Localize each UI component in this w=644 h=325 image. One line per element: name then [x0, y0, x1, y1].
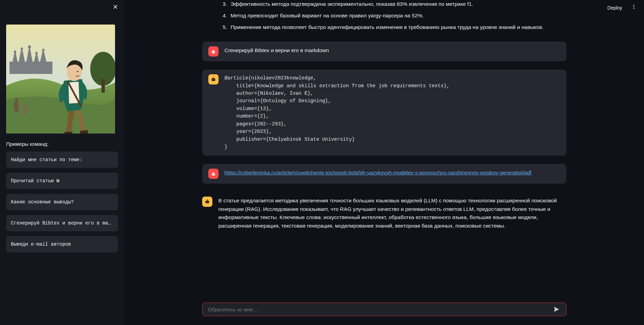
svg-point-10	[20, 48, 23, 50]
chat-input-bar	[202, 303, 566, 316]
conclusion-item: Применение метода позволяет быстро идент…	[229, 23, 566, 31]
numbered-conclusions: Эффективность метода подтверждена экспер…	[202, 0, 566, 31]
deploy-button[interactable]: Deploy	[605, 4, 625, 12]
svg-point-37	[206, 202, 207, 202]
svg-point-21	[77, 71, 78, 72]
svg-point-24	[633, 8, 634, 9]
user-message-text: Сгенерируй Bibtex и верни его в markdown	[225, 46, 560, 55]
close-icon[interactable]	[113, 4, 118, 11]
bibtex-code-block: @article{nikolaev2023knowledge, title={K…	[225, 74, 560, 151]
bot-avatar-icon	[202, 197, 212, 207]
sidebar: Примеры команд: Найди мне статьи по теме…	[0, 0, 124, 325]
svg-rect-28	[211, 78, 215, 81]
svg-point-9	[14, 51, 16, 53]
svg-point-19	[23, 102, 26, 105]
main-panel: Deploy Эффективность метода подтверждена…	[124, 0, 644, 325]
conclusion-item: Эффективность метода подтверждена экспер…	[229, 0, 566, 8]
svg-point-16	[14, 100, 19, 112]
svg-point-12	[35, 52, 38, 54]
user-avatar-icon	[208, 46, 219, 57]
command-button[interactable]: Какие основные выводы?	[6, 194, 118, 210]
svg-point-17	[15, 98, 18, 101]
svg-point-30	[214, 79, 214, 80]
sidebar-heading: Примеры команд:	[6, 141, 118, 147]
command-button[interactable]: Выведи e-mail авторов	[6, 236, 118, 252]
svg-point-23	[633, 6, 634, 7]
send-button[interactable]	[552, 305, 561, 314]
svg-point-13	[42, 49, 44, 51]
svg-point-35	[214, 173, 214, 174]
chat-message-bot: В статье предлагается методика увеличени…	[202, 192, 566, 235]
bot-summary-text: В статье предлагается методика увеличени…	[219, 197, 566, 230]
article-link[interactable]: https://cyberleninka.ru/article/n/uvelic…	[225, 170, 532, 175]
svg-point-32	[213, 77, 213, 78]
chat-input[interactable]	[207, 306, 552, 313]
command-button[interactable]: Прочитай статью №	[6, 173, 118, 189]
command-button[interactable]: Сгенерируй Bibtex и верни его в markdown	[6, 215, 118, 231]
chat-scroll[interactable]: Эффективность метода подтверждена экспер…	[124, 0, 644, 303]
chat-message-bot: @article{nikolaev2023knowledge, title={K…	[202, 69, 566, 156]
svg-point-27	[214, 51, 214, 51]
svg-rect-15	[101, 79, 105, 93]
bot-avatar-icon	[208, 74, 219, 84]
svg-point-26	[212, 51, 213, 51]
svg-rect-3	[10, 62, 52, 74]
svg-point-11	[28, 45, 31, 48]
svg-marker-41	[554, 307, 559, 312]
conclusion-item: Метод превосходит базовый вариант на осн…	[229, 12, 566, 20]
chat-message-user: Сгенерируй Bibtex и верни его в markdown	[202, 42, 566, 61]
user-avatar-icon	[208, 169, 219, 179]
svg-point-29	[212, 79, 213, 80]
svg-point-38	[208, 202, 208, 202]
svg-point-22	[633, 5, 634, 6]
kebab-menu-icon[interactable]	[629, 3, 639, 12]
command-list: Найди мне статьи по теме: Прочитай стать…	[6, 152, 118, 252]
chat-message-user: https://cyberleninka.ru/article/n/uvelic…	[202, 164, 566, 184]
svg-point-34	[212, 173, 213, 174]
command-button[interactable]: Найди мне статьи по теме:	[6, 152, 118, 168]
svg-rect-36	[205, 201, 209, 203]
topbar: Deploy	[599, 0, 644, 15]
svg-point-40	[207, 199, 207, 200]
svg-point-18	[22, 104, 27, 115]
hero-illustration	[6, 25, 115, 134]
